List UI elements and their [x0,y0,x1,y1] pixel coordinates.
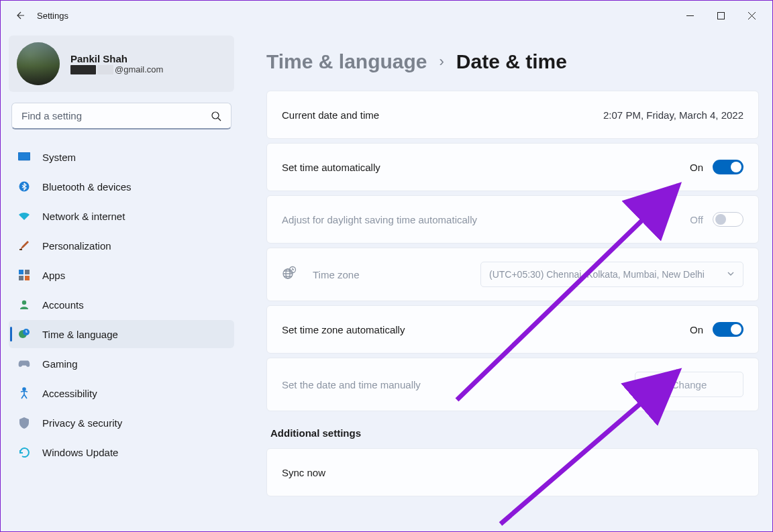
toggle-state-text: On [690,324,703,335]
minimize-icon [686,12,694,19]
svg-rect-9 [25,276,30,280]
current-datetime-label: Current date and time [282,109,379,121]
chevron-down-icon [727,269,735,280]
card-sync-now: Sync now [266,448,759,496]
sidebar-item-accessibility[interactable]: Accessibility [9,379,234,407]
card-timezone: Time zone (UTC+05:30) Chennai, Kolkata, … [266,248,759,301]
svg-point-13 [23,388,25,390]
title-bar: Settings [1,1,772,30]
brush-icon [18,240,30,252]
svg-rect-0 [717,12,724,19]
sidebar-item-label: System [42,152,76,163]
close-icon [748,12,756,19]
manual-label: Set the date and time manually [282,379,421,390]
update-icon [18,446,30,458]
sidebar-item-privacy[interactable]: Privacy & security [9,409,234,437]
main-content: Time & language › Date & time Current da… [242,30,772,531]
breadcrumb: Time & language › Date & time [266,50,759,73]
sidebar-item-label: Privacy & security [42,417,122,429]
close-button[interactable] [736,5,767,26]
set-tz-auto-toggle[interactable] [713,322,743,337]
window-controls [674,5,767,26]
search-input[interactable]: Find a setting [11,103,231,129]
card-dst-auto: Adjust for daylight saving time automati… [266,195,759,244]
globe-icon [282,266,297,283]
arrow-left-icon [14,10,25,21]
window-title: Settings [37,11,68,21]
dst-toggle [713,212,743,227]
sidebar-item-label: Accounts [42,299,84,311]
maximize-icon [717,12,725,19]
change-button: Change [635,372,743,397]
timezone-select: (UTC+05:30) Chennai, Kolkata, Mumbai, Ne… [480,262,743,287]
sidebar-item-label: Network & internet [42,211,125,222]
sidebar-item-network[interactable]: Network & internet [9,202,234,230]
card-set-tz-auto: Set time zone automatically On [266,305,759,354]
wifi-icon [18,210,30,222]
timezone-label: Time zone [313,269,359,280]
nav: System Bluetooth & devices Network & int… [5,140,238,469]
sync-label: Sync now [282,467,325,478]
chevron-right-icon: › [440,53,444,70]
dst-label: Adjust for daylight saving time automati… [282,214,477,225]
sidebar-item-personalization[interactable]: Personalization [9,231,234,260]
search-placeholder: Find a setting [21,110,211,121]
search-icon [211,111,221,121]
set-time-auto-label: Set time automatically [282,162,380,173]
redacted-text [70,65,96,74]
timezone-value: (UTC+05:30) Chennai, Kolkata, Mumbai, Ne… [489,269,705,280]
sidebar-item-label: Windows Update [42,447,118,458]
user-card[interactable]: Pankil Shah @gmail.com [9,36,234,92]
redacted-text [97,65,113,74]
sidebar-item-label: Bluetooth & devices [42,181,132,193]
maximize-button[interactable] [705,5,736,26]
svg-rect-6 [19,270,23,274]
card-manual-datetime: Set the date and time manually Change [266,358,759,411]
sidebar-item-time-language[interactable]: Time & language [9,320,234,348]
toggle-state-text: Off [690,214,703,225]
sidebar: Pankil Shah @gmail.com Find a setting Sy… [1,30,242,531]
sidebar-item-label: Time & language [42,329,118,340]
person-icon [18,299,30,311]
apps-icon [18,269,30,281]
page-title: Date & time [456,50,567,73]
breadcrumb-parent[interactable]: Time & language [266,50,427,73]
sidebar-item-accounts[interactable]: Accounts [9,290,234,319]
minimize-button[interactable] [674,5,705,26]
set-tz-auto-label: Set time zone automatically [282,324,405,335]
set-time-auto-toggle[interactable] [713,160,743,174]
card-set-time-auto: Set time automatically On [266,143,759,191]
svg-point-1 [212,112,219,119]
sidebar-item-label: Apps [42,270,65,281]
toggle-state-text: On [690,162,703,173]
accessibility-icon [18,387,30,399]
back-button[interactable] [6,2,33,29]
svg-rect-7 [25,270,30,274]
sidebar-item-bluetooth[interactable]: Bluetooth & devices [9,172,234,201]
svg-rect-8 [19,276,23,280]
svg-rect-5 [19,249,22,250]
additional-settings-heading: Additional settings [270,427,759,439]
user-name: Pankil Shah [70,53,163,64]
sidebar-item-label: Gaming [42,358,78,370]
system-icon [18,151,30,163]
current-datetime-value: 2:07 PM, Friday, March 4, 2022 [603,109,743,121]
svg-rect-2 [18,152,30,160]
sidebar-item-gaming[interactable]: Gaming [9,350,234,378]
avatar [17,42,60,85]
bluetooth-icon [18,180,30,193]
sidebar-item-label: Accessibility [42,388,97,399]
globe-clock-icon [18,328,30,340]
card-current-datetime: Current date and time 2:07 PM, Friday, M… [266,91,759,139]
sidebar-item-windows-update[interactable]: Windows Update [9,438,234,466]
shield-icon [18,417,30,429]
sidebar-item-system[interactable]: System [9,143,234,171]
sidebar-item-apps[interactable]: Apps [9,261,234,289]
user-email: @gmail.com [70,64,163,74]
gamepad-icon [18,358,30,370]
svg-point-10 [22,301,26,305]
sidebar-item-label: Personalization [42,240,111,252]
